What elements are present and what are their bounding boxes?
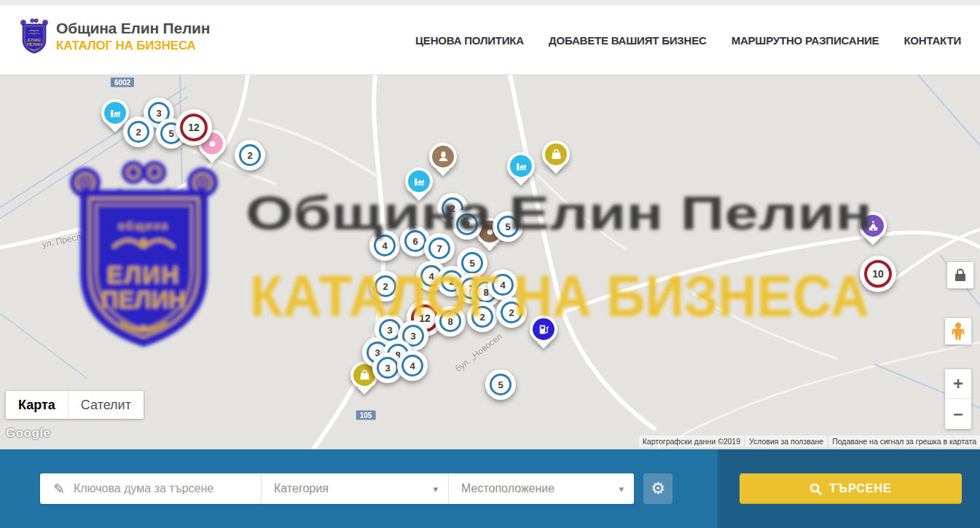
cluster-count: 2 (449, 276, 454, 287)
cluster-marker[interactable]: 2 (235, 140, 265, 170)
cluster-count: 4 (409, 360, 415, 371)
svg-text:ЕЛИН: ЕЛИН (28, 38, 41, 42)
factory-icon (104, 102, 126, 124)
chevron-down-icon: ▾ (619, 484, 624, 494)
advanced-search-button[interactable]: ⚙ (643, 473, 673, 504)
map-type-map-button[interactable]: Карта (6, 391, 68, 419)
page: община ЕЛИН ПЕЛИН Община Елин Пелин КАТА… (0, 0, 980, 528)
cluster-marker[interactable]: 4 (369, 230, 400, 261)
cluster-count: 5 (498, 379, 503, 390)
cluster-count: 5 (505, 221, 510, 232)
cluster-count: 2 (247, 150, 252, 161)
pegman-button[interactable] (945, 318, 971, 344)
zoom-control: + − (945, 369, 971, 429)
factory-icon (510, 155, 532, 177)
site-subtitle: КАТАЛОГ НА БИЗНЕСА (56, 39, 210, 53)
nav-route-schedule[interactable]: МАРШРУТНО РАЗПИСАНИЕ (732, 34, 879, 47)
cluster-count: 2 (450, 203, 455, 214)
category-pin[interactable] (429, 143, 457, 170)
pegman-icon (950, 322, 966, 341)
nav-add-your-business[interactable]: ДОБАВЕТЕ ВАШИЯТ БИЗНЕС (549, 34, 707, 47)
site-title: Община Елин Пелин (56, 20, 210, 37)
terms-of-use-link[interactable]: Условия за ползване (745, 436, 827, 447)
cluster-count: 8 (447, 316, 452, 327)
search-panel: ✎ Категория ▾ Местоположение ▾ (40, 473, 634, 504)
category-pin[interactable] (542, 141, 570, 168)
cluster-count: 12 (188, 122, 200, 133)
cluster-count: 3 (410, 331, 415, 342)
nav-contacts[interactable]: КОНТАКТИ (903, 34, 961, 47)
cluster-marker[interactable]: 2 (123, 117, 154, 147)
cluster-count: 10 (872, 268, 884, 280)
cluster-marker[interactable]: 10 (860, 256, 896, 292)
google-logo[interactable]: Google (6, 426, 51, 441)
category-pin[interactable] (405, 168, 433, 195)
cluster-marker[interactable]: 5 (485, 369, 516, 400)
cluster-count: 2 (509, 307, 514, 318)
zoom-in-button[interactable]: + (945, 369, 971, 399)
keyword-field-wrap: ✎ (40, 473, 261, 504)
cluster-count: 3 (156, 108, 161, 119)
cluster-marker[interactable]: 12 (176, 109, 212, 146)
svg-text:община: община (29, 29, 39, 32)
zoom-out-button[interactable]: − (945, 399, 971, 429)
scroll-lock-button[interactable] (947, 262, 973, 288)
svg-text:ПЕЛИН: ПЕЛИН (26, 42, 42, 47)
road-number-badge: 6002 (111, 78, 134, 87)
church-icon (862, 215, 884, 237)
cluster-count: 4 (500, 280, 505, 291)
factory-icon (408, 170, 430, 192)
main-nav: ЦЕНОВА ПОЛИТИКА ДОБАВЕТЕ ВАШИЯТ БИЗНЕС М… (415, 5, 961, 75)
municipality-crest-icon: община ЕЛИН ПЕЛИН (19, 15, 50, 58)
pencil-icon: ✎ (53, 481, 65, 497)
nav-pricing-policy[interactable]: ЦЕНОВА ПОЛИТИКА (415, 34, 524, 47)
cluster-count: 2 (479, 312, 485, 323)
cluster-count: 3 (464, 219, 469, 230)
search-icon (810, 483, 822, 495)
chevron-down-icon: ▾ (433, 484, 438, 494)
cluster-marker[interactable]: 8 (435, 306, 466, 336)
cluster-count: 2 (383, 281, 388, 292)
report-map-error-link[interactable]: Подаване на сигнал за грешка в картата (828, 436, 980, 447)
site-logo[interactable]: община ЕЛИН ПЕЛИН Община Елин Пелин КАТА… (19, 15, 210, 58)
worker-icon (432, 146, 454, 168)
cluster-marker[interactable]: 2 (370, 271, 401, 302)
gear-icon: ⚙ (651, 479, 665, 498)
category-select[interactable]: Категория ▾ (261, 473, 448, 504)
cluster-marker[interactable]: 4 (397, 350, 428, 381)
search-button[interactable]: ТЪРСЕНЕ (740, 473, 962, 504)
cluster-count: 5 (469, 258, 474, 269)
cluster-marker[interactable]: 4 (487, 269, 518, 300)
cluster-count: 5 (168, 128, 173, 139)
map-type-control: Карта Сателит (6, 391, 144, 419)
map-data-copyright: Картографски данни ©2019 (639, 436, 744, 447)
cluster-count: 2 (136, 127, 141, 138)
cluster-marker[interactable]: 5 (493, 211, 523, 242)
category-pin[interactable] (101, 99, 129, 127)
cluster-marker[interactable]: 7 (424, 233, 455, 264)
fuel-icon (533, 318, 554, 340)
google-map[interactable]: 325122235467524278412822333834510 600210… (0, 75, 980, 449)
cluster-marker[interactable]: 3 (452, 209, 482, 240)
search-bar: ✎ Категория ▾ Местоположение ▾ ⚙ ТЪРСЕНЕ (0, 449, 980, 528)
cluster-marker[interactable]: 2 (496, 297, 527, 328)
header: община ЕЛИН ПЕЛИН Община Елин Пелин КАТА… (0, 5, 980, 75)
top-strip (0, 0, 980, 5)
location-select[interactable]: Местоположение ▾ (448, 473, 634, 504)
cluster-count: 4 (428, 271, 434, 282)
cluster-count: 4 (382, 240, 387, 251)
map-attribution: Картографски данни ©2019 Условия за полз… (639, 436, 980, 447)
cluster-count: 6 (412, 236, 418, 247)
cluster-count: 3 (387, 325, 392, 336)
category-pin[interactable] (530, 315, 557, 343)
cluster-count: 7 (436, 243, 442, 254)
shopping-bag-icon (545, 143, 567, 165)
cluster-marker[interactable]: 2 (467, 302, 498, 332)
category-pin[interactable] (859, 212, 887, 240)
road-number-badge: 105 (356, 411, 376, 420)
category-pin[interactable] (507, 152, 535, 180)
map-type-satellite-button[interactable]: Сателит (68, 391, 144, 419)
cluster-count: 3 (385, 363, 390, 374)
keyword-input[interactable] (74, 482, 261, 495)
